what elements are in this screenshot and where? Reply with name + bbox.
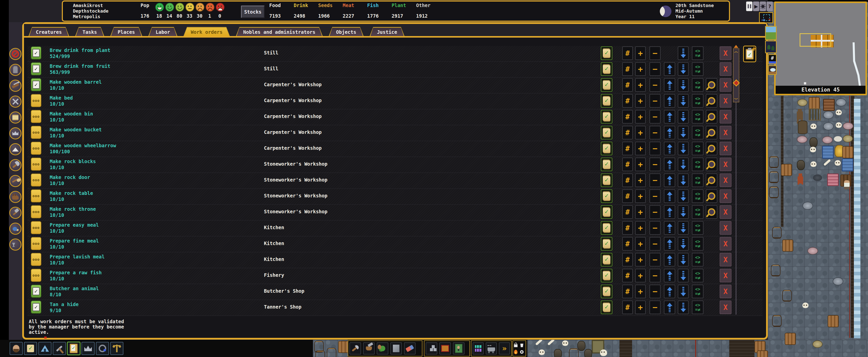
crown-icon[interactable] <box>9 127 22 139</box>
remove-order-button[interactable]: X <box>720 142 732 155</box>
decrease-amount-button[interactable]: − <box>650 126 660 139</box>
order-details-button[interactable]: ✓ <box>601 285 612 298</box>
hauling-minecart-button[interactable] <box>486 343 497 355</box>
tab-tasks[interactable]: Tasks <box>75 27 104 36</box>
move-up-button[interactable] <box>664 237 675 251</box>
mallet-icon[interactable] <box>9 207 22 219</box>
decrease-amount-button[interactable]: − <box>650 285 660 298</box>
move-down-button[interactable] <box>678 285 689 298</box>
order-details-button[interactable]: ✓ <box>601 221 612 235</box>
decrease-amount-button[interactable]: − <box>650 300 660 314</box>
remove-order-button[interactable]: X <box>720 173 732 187</box>
order-status-button[interactable]: ✓ ooo <box>31 205 41 218</box>
move-up-button[interactable] <box>664 189 675 203</box>
decrease-amount-button[interactable]: − <box>650 205 660 219</box>
tab-objects[interactable]: Objects <box>329 27 364 36</box>
pause-icon[interactable] <box>746 1 752 11</box>
forbid-lock-icon[interactable] <box>514 345 518 347</box>
order-details-button[interactable]: ✓ <box>601 62 612 76</box>
stamps-grid-button[interactable] <box>473 343 484 355</box>
order-details-button[interactable]: ✓ <box>601 126 612 139</box>
move-up-button[interactable] <box>664 221 675 235</box>
order-status-button[interactable]: ✓ ooo <box>31 126 41 139</box>
increase-amount-button[interactable]: + <box>635 94 646 108</box>
pacifier-icon[interactable] <box>9 223 22 235</box>
scrollbar-down-chevron[interactable]: ﹀ <box>734 98 738 101</box>
build-hammer-button[interactable] <box>426 343 437 355</box>
set-amount-button[interactable]: # <box>622 94 633 108</box>
decrease-amount-button[interactable]: − <box>650 173 660 187</box>
set-amount-button[interactable]: # <box>622 189 633 203</box>
conditions-button[interactable]: <>=≠ <box>692 158 704 171</box>
order-status-button[interactable]: ✓ ooo <box>31 173 41 187</box>
order-details-button[interactable]: ✓ <box>601 46 612 60</box>
daytime-scene-icon[interactable] <box>765 26 777 40</box>
order-details-button[interactable]: ✓ <box>601 158 612 171</box>
conditions-button[interactable]: <>=≠ <box>692 189 704 203</box>
increase-amount-button[interactable]: + <box>635 253 646 266</box>
scrollbar-thumb[interactable]: ︿ ﹀ <box>733 48 739 102</box>
set-amount-button[interactable]: # <box>622 142 633 155</box>
decrease-amount-button[interactable]: − <box>650 269 660 282</box>
citizens-dwarf-button[interactable] <box>9 342 23 355</box>
increase-amount-button[interactable]: + <box>635 78 646 92</box>
move-up-button[interactable] <box>664 94 675 108</box>
scrollbar-top-arrow[interactable] <box>734 45 738 48</box>
move-down-button[interactable] <box>678 110 689 124</box>
increase-amount-button[interactable]: + <box>635 237 646 251</box>
conditions-button[interactable]: <>=≠ <box>692 46 704 60</box>
workshop-search-button[interactable] <box>706 205 717 219</box>
more-commands-button[interactable]: » <box>499 343 510 355</box>
chop-axe-button[interactable] <box>363 343 375 355</box>
conditions-button[interactable]: <>=≠ <box>692 94 704 108</box>
remove-order-button[interactable]: X <box>720 158 732 171</box>
order-status-button[interactable]: ✓ ooo <box>31 78 41 91</box>
minimap[interactable]: Elevation 45 <box>774 1 867 95</box>
move-up-button[interactable] <box>664 300 675 314</box>
move-down-button[interactable] <box>678 189 689 203</box>
workshop-search-button[interactable] <box>706 189 717 203</box>
increase-amount-button[interactable]: + <box>635 205 646 219</box>
battle-axe-icon[interactable] <box>9 159 22 171</box>
decrease-amount-button[interactable]: − <box>650 158 660 171</box>
increase-amount-button[interactable]: + <box>635 158 646 171</box>
order-status-button[interactable]: ✓ ooo <box>31 237 41 250</box>
move-up-button[interactable] <box>664 126 675 139</box>
decrease-amount-button[interactable]: − <box>650 237 660 251</box>
remove-order-button[interactable]: X <box>720 189 732 203</box>
scrollbar-handle[interactable] <box>733 79 740 87</box>
pick-and-pouch-icon[interactable] <box>9 175 22 187</box>
tab-labor[interactable]: Labor <box>148 27 177 36</box>
workshop-search-button[interactable] <box>706 78 717 92</box>
move-up-button[interactable] <box>664 62 675 76</box>
remove-order-button[interactable]: X <box>720 62 732 76</box>
tab-creatures[interactable]: Creatures <box>29 27 69 36</box>
conditions-button[interactable]: <>=≠ <box>692 237 704 251</box>
zone-painting-button[interactable] <box>453 343 465 355</box>
melt-flame-icon[interactable] <box>514 350 518 354</box>
workshop-search-button[interactable] <box>706 158 717 171</box>
move-down-button[interactable] <box>678 173 689 187</box>
increase-amount-button[interactable]: + <box>635 46 646 60</box>
order-details-button[interactable]: ✓ <box>601 189 612 203</box>
conditions-button[interactable]: <>=≠ <box>692 285 704 298</box>
remove-order-button[interactable]: X <box>720 285 732 298</box>
increase-amount-button[interactable]: + <box>635 110 646 124</box>
move-up-button[interactable] <box>664 269 675 282</box>
move-up-button[interactable] <box>664 158 675 171</box>
order-details-button[interactable]: ✓ <box>601 78 612 92</box>
increase-amount-button[interactable]: + <box>635 300 646 314</box>
order-details-button[interactable]: ✓ <box>601 94 612 108</box>
decrease-amount-button[interactable]: − <box>650 221 660 235</box>
order-status-button[interactable]: ✓ ooo <box>31 46 41 60</box>
conditions-button[interactable]: <>=≠ <box>692 110 704 124</box>
workshop-search-button[interactable] <box>706 173 717 187</box>
move-down-button[interactable] <box>678 94 689 108</box>
increase-amount-button[interactable]: + <box>635 189 646 203</box>
order-status-button[interactable]: ✓ ooo <box>31 221 41 234</box>
set-amount-button[interactable]: # <box>622 269 633 282</box>
conditions-button[interactable]: <>=≠ <box>692 300 704 314</box>
move-up-button[interactable] <box>664 142 675 155</box>
dump-trash-icon[interactable] <box>520 344 524 347</box>
remove-order-button[interactable]: X <box>720 269 732 282</box>
